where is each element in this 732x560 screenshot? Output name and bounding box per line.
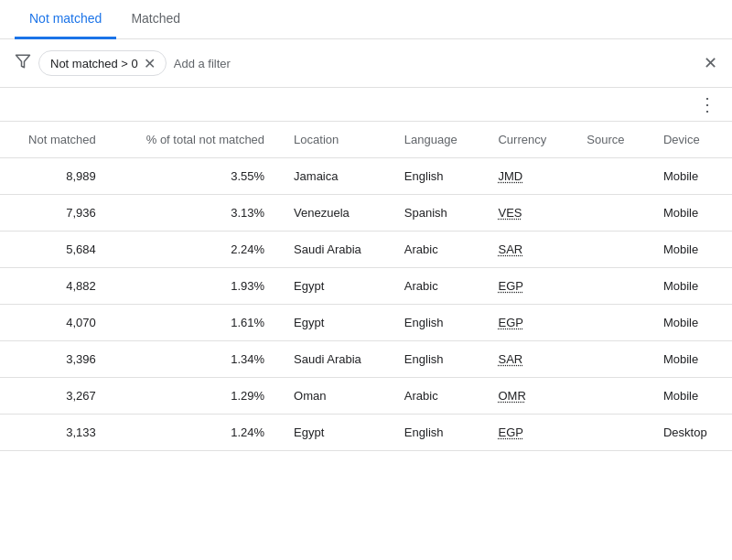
table-row: 3,2671.29%OmanArabicOMRMobile — [0, 378, 732, 415]
cell-currency: JMD — [483, 158, 572, 195]
cell-source — [572, 268, 649, 305]
cell-not-matched: 5,684 — [0, 232, 111, 268]
cell-currency: EGP — [483, 268, 572, 305]
table-row: 7,9363.13%VenezuelaSpanishVESMobile — [0, 195, 732, 232]
table-row: 3,1331.24%EgyptEnglishEGPDesktop — [0, 415, 732, 451]
more-options-button[interactable]: ⋮ — [698, 93, 717, 115]
add-filter-button[interactable]: Add a filter — [174, 57, 231, 70]
cell-source — [572, 415, 649, 451]
cell-not-matched: 3,133 — [0, 415, 111, 451]
cell-device: Mobile — [649, 378, 732, 415]
cell-location: Saudi Arabia — [279, 232, 390, 268]
col-header-source: Source — [572, 122, 649, 158]
cell-currency: SAR — [483, 341, 572, 378]
cell-source — [572, 305, 649, 341]
col-header-currency: Currency — [483, 122, 572, 158]
cell-source — [572, 158, 649, 195]
cell-location: Saudi Arabia — [279, 341, 390, 378]
cell-currency: OMR — [483, 378, 572, 415]
cell-not-matched: 4,070 — [0, 305, 111, 341]
cell-device: Mobile — [649, 305, 732, 341]
cell-location: Jamaica — [279, 158, 390, 195]
filter-chip-label: Not matched > 0 — [50, 57, 138, 70]
more-options-row: ⋮ — [0, 88, 732, 122]
cell-not-matched: 7,936 — [0, 195, 111, 232]
cell-device: Mobile — [649, 341, 732, 378]
cell-location: Egypt — [279, 268, 390, 305]
cell-not-matched: 4,882 — [0, 268, 111, 305]
tab-not-matched[interactable]: Not matched — [15, 0, 116, 39]
cell-source — [572, 341, 649, 378]
cell-language: Arabic — [390, 268, 484, 305]
col-header-location: Location — [279, 122, 390, 158]
col-header-not-matched: Not matched — [0, 122, 111, 158]
cell-location: Egypt — [279, 305, 390, 341]
col-header-language: Language — [390, 122, 484, 158]
cell-device: Mobile — [649, 195, 732, 232]
cell-source — [572, 195, 649, 232]
cell-currency: SAR — [483, 232, 572, 268]
cell-device: Mobile — [649, 268, 732, 305]
svg-marker-0 — [16, 55, 30, 68]
cell-language: English — [390, 158, 484, 195]
table-row: 4,8821.93%EgyptArabicEGPMobile — [0, 268, 732, 305]
cell-pct-total: 3.55% — [111, 158, 279, 195]
cell-language: English — [390, 305, 484, 341]
cell-device: Desktop — [649, 415, 732, 451]
cell-pct-total: 1.29% — [111, 378, 279, 415]
cell-source — [572, 232, 649, 268]
table-row: 5,6842.24%Saudi ArabiaArabicSARMobile — [0, 232, 732, 268]
cell-not-matched: 3,396 — [0, 341, 111, 378]
cell-pct-total: 1.34% — [111, 341, 279, 378]
tab-matched[interactable]: Matched — [116, 0, 195, 39]
cell-device: Mobile — [649, 158, 732, 195]
cell-pct-total: 1.24% — [111, 415, 279, 451]
cell-device: Mobile — [649, 232, 732, 268]
cell-location: Venezuela — [279, 195, 390, 232]
tabs-bar: Not matched Matched — [0, 0, 732, 39]
cell-pct-total: 1.61% — [111, 305, 279, 341]
cell-currency: VES — [483, 195, 572, 232]
cell-language: English — [390, 341, 484, 378]
cell-pct-total: 1.93% — [111, 268, 279, 305]
col-header-device: Device — [649, 122, 732, 158]
table-header-row: Not matched % of total not matched Locat… — [0, 122, 732, 158]
filter-chip-close-button[interactable]: ✕ — [142, 55, 158, 71]
cell-language: Spanish — [390, 195, 484, 232]
table-row: 8,9893.55%JamaicaEnglishJMDMobile — [0, 158, 732, 195]
cell-location: Egypt — [279, 415, 390, 451]
cell-language: Arabic — [390, 232, 484, 268]
cell-pct-total: 2.24% — [111, 232, 279, 268]
data-table: Not matched % of total not matched Locat… — [0, 122, 732, 451]
filter-bar: Not matched > 0 ✕ Add a filter ✕ — [0, 39, 732, 88]
filter-icon — [15, 53, 31, 73]
cell-not-matched: 3,267 — [0, 378, 111, 415]
table-row: 4,0701.61%EgyptEnglishEGPMobile — [0, 305, 732, 341]
cell-location: Oman — [279, 378, 390, 415]
cell-currency: EGP — [483, 305, 572, 341]
table-row: 3,3961.34%Saudi ArabiaEnglishSARMobile — [0, 341, 732, 378]
cell-currency: EGP — [483, 415, 572, 451]
cell-language: English — [390, 415, 484, 451]
cell-language: Arabic — [390, 378, 484, 415]
col-header-pct-total: % of total not matched — [111, 122, 279, 158]
filter-chip[interactable]: Not matched > 0 ✕ — [38, 50, 167, 76]
cell-not-matched: 8,989 — [0, 158, 111, 195]
cell-source — [572, 378, 649, 415]
close-filter-bar-button[interactable]: ✕ — [704, 53, 717, 73]
cell-pct-total: 3.13% — [111, 195, 279, 232]
